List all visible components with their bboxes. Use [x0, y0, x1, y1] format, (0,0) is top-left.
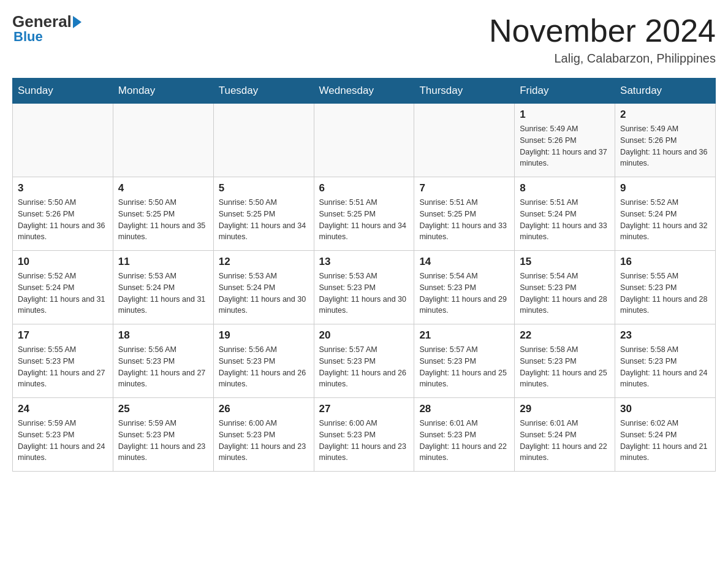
table-row: 21Sunrise: 5:57 AMSunset: 5:23 PMDayligh… — [414, 324, 515, 398]
table-row: 5Sunrise: 5:50 AMSunset: 5:25 PMDaylight… — [213, 177, 314, 251]
day-info: Sunrise: 6:02 AMSunset: 5:24 PMDaylight:… — [620, 418, 710, 464]
day-number: 20 — [319, 329, 409, 342]
table-row: 27Sunrise: 6:00 AMSunset: 5:23 PMDayligh… — [314, 398, 414, 472]
day-number: 30 — [620, 403, 710, 415]
col-wednesday: Wednesday — [314, 79, 414, 104]
col-friday: Friday — [515, 79, 615, 104]
table-row: 28Sunrise: 6:01 AMSunset: 5:23 PMDayligh… — [414, 398, 515, 472]
day-info: Sunrise: 5:59 AMSunset: 5:23 PMDaylight:… — [18, 418, 108, 464]
day-info: Sunrise: 5:53 AMSunset: 5:23 PMDaylight:… — [319, 270, 409, 316]
table-row: 4Sunrise: 5:50 AMSunset: 5:25 PMDaylight… — [113, 177, 213, 251]
day-number: 24 — [18, 403, 108, 415]
day-number: 26 — [219, 403, 309, 415]
table-row: 16Sunrise: 5:55 AMSunset: 5:23 PMDayligh… — [615, 251, 716, 324]
day-info: Sunrise: 5:50 AMSunset: 5:25 PMDaylight:… — [118, 197, 208, 243]
day-info: Sunrise: 5:53 AMSunset: 5:24 PMDaylight:… — [219, 270, 309, 316]
table-row: 12Sunrise: 5:53 AMSunset: 5:24 PMDayligh… — [213, 251, 314, 324]
table-row — [414, 104, 515, 177]
col-monday: Monday — [113, 79, 213, 104]
table-row: 10Sunrise: 5:52 AMSunset: 5:24 PMDayligh… — [13, 251, 113, 324]
day-number: 19 — [219, 329, 309, 342]
day-number: 3 — [18, 182, 108, 194]
table-row: 11Sunrise: 5:53 AMSunset: 5:24 PMDayligh… — [113, 251, 213, 324]
day-number: 17 — [18, 329, 108, 342]
day-info: Sunrise: 5:57 AMSunset: 5:23 PMDaylight:… — [419, 344, 509, 390]
day-info: Sunrise: 5:52 AMSunset: 5:24 PMDaylight:… — [620, 197, 710, 243]
location-title: Lalig, Calabarzon, Philippines — [489, 52, 716, 66]
day-number: 21 — [419, 329, 509, 342]
day-info: Sunrise: 5:57 AMSunset: 5:23 PMDaylight:… — [319, 344, 409, 390]
day-info: Sunrise: 5:50 AMSunset: 5:26 PMDaylight:… — [18, 197, 108, 243]
day-number: 7 — [419, 182, 509, 194]
day-number: 2 — [620, 109, 710, 121]
calendar-table: Sunday Monday Tuesday Wednesday Thursday… — [12, 78, 716, 472]
table-row: 30Sunrise: 6:02 AMSunset: 5:24 PMDayligh… — [615, 398, 716, 472]
col-thursday: Thursday — [414, 79, 515, 104]
day-number: 6 — [319, 182, 409, 194]
title-area: November 2024 Lalig, Calabarzon, Philipp… — [489, 12, 716, 66]
table-row — [113, 104, 213, 177]
table-row: 18Sunrise: 5:56 AMSunset: 5:23 PMDayligh… — [113, 324, 213, 398]
table-row: 13Sunrise: 5:53 AMSunset: 5:23 PMDayligh… — [314, 251, 414, 324]
day-number: 8 — [520, 182, 610, 194]
day-info: Sunrise: 5:52 AMSunset: 5:24 PMDaylight:… — [18, 270, 108, 316]
table-row — [314, 104, 414, 177]
calendar-week-2: 3Sunrise: 5:50 AMSunset: 5:26 PMDaylight… — [13, 177, 716, 251]
day-info: Sunrise: 5:55 AMSunset: 5:23 PMDaylight:… — [620, 270, 710, 316]
col-sunday: Sunday — [13, 79, 113, 104]
calendar-week-1: 1Sunrise: 5:49 AMSunset: 5:26 PMDaylight… — [13, 104, 716, 177]
day-number: 10 — [18, 256, 108, 268]
day-info: Sunrise: 5:58 AMSunset: 5:23 PMDaylight:… — [620, 344, 710, 390]
col-tuesday: Tuesday — [213, 79, 314, 104]
day-number: 5 — [219, 182, 309, 194]
table-row: 8Sunrise: 5:51 AMSunset: 5:24 PMDaylight… — [515, 177, 615, 251]
day-info: Sunrise: 5:54 AMSunset: 5:23 PMDaylight:… — [520, 270, 610, 316]
day-info: Sunrise: 6:01 AMSunset: 5:23 PMDaylight:… — [419, 418, 509, 464]
table-row: 19Sunrise: 5:56 AMSunset: 5:23 PMDayligh… — [213, 324, 314, 398]
table-row: 26Sunrise: 6:00 AMSunset: 5:23 PMDayligh… — [213, 398, 314, 472]
day-info: Sunrise: 5:51 AMSunset: 5:25 PMDaylight:… — [319, 197, 409, 243]
day-number: 9 — [620, 182, 710, 194]
calendar-week-4: 17Sunrise: 5:55 AMSunset: 5:23 PMDayligh… — [13, 324, 716, 398]
table-row: 15Sunrise: 5:54 AMSunset: 5:23 PMDayligh… — [515, 251, 615, 324]
day-number: 13 — [319, 256, 409, 268]
day-info: Sunrise: 5:59 AMSunset: 5:23 PMDaylight:… — [118, 418, 208, 464]
day-number: 1 — [520, 109, 610, 121]
table-row: 25Sunrise: 5:59 AMSunset: 5:23 PMDayligh… — [113, 398, 213, 472]
day-info: Sunrise: 6:00 AMSunset: 5:23 PMDaylight:… — [219, 418, 309, 464]
day-info: Sunrise: 5:54 AMSunset: 5:23 PMDaylight:… — [419, 270, 509, 316]
day-info: Sunrise: 5:50 AMSunset: 5:25 PMDaylight:… — [219, 197, 309, 243]
table-row: 7Sunrise: 5:51 AMSunset: 5:25 PMDaylight… — [414, 177, 515, 251]
table-row: 23Sunrise: 5:58 AMSunset: 5:23 PMDayligh… — [615, 324, 716, 398]
day-info: Sunrise: 5:49 AMSunset: 5:26 PMDaylight:… — [520, 123, 610, 169]
day-info: Sunrise: 5:58 AMSunset: 5:23 PMDaylight:… — [520, 344, 610, 390]
day-number: 18 — [118, 329, 208, 342]
day-number: 16 — [620, 256, 710, 268]
day-number: 14 — [419, 256, 509, 268]
day-number: 29 — [520, 403, 610, 415]
day-info: Sunrise: 6:00 AMSunset: 5:23 PMDaylight:… — [319, 418, 409, 464]
day-info: Sunrise: 5:51 AMSunset: 5:24 PMDaylight:… — [520, 197, 610, 243]
table-row: 3Sunrise: 5:50 AMSunset: 5:26 PMDaylight… — [13, 177, 113, 251]
day-number: 23 — [620, 329, 710, 342]
page-header: General Blue November 2024 Lalig, Calaba… — [12, 12, 716, 66]
day-info: Sunrise: 5:56 AMSunset: 5:23 PMDaylight:… — [219, 344, 309, 390]
day-info: Sunrise: 5:49 AMSunset: 5:26 PMDaylight:… — [620, 123, 710, 169]
table-row: 6Sunrise: 5:51 AMSunset: 5:25 PMDaylight… — [314, 177, 414, 251]
table-row: 9Sunrise: 5:52 AMSunset: 5:24 PMDaylight… — [615, 177, 716, 251]
day-number: 25 — [118, 403, 208, 415]
day-number: 22 — [520, 329, 610, 342]
table-row: 17Sunrise: 5:55 AMSunset: 5:23 PMDayligh… — [13, 324, 113, 398]
logo-triangle-icon — [73, 16, 82, 28]
day-info: Sunrise: 5:51 AMSunset: 5:25 PMDaylight:… — [419, 197, 509, 243]
day-info: Sunrise: 5:53 AMSunset: 5:24 PMDaylight:… — [118, 270, 208, 316]
month-title: November 2024 — [489, 12, 716, 49]
calendar-week-3: 10Sunrise: 5:52 AMSunset: 5:24 PMDayligh… — [13, 251, 716, 324]
day-info: Sunrise: 5:55 AMSunset: 5:23 PMDaylight:… — [18, 344, 108, 390]
logo: General Blue — [12, 12, 82, 45]
day-number: 12 — [219, 256, 309, 268]
day-number: 11 — [118, 256, 208, 268]
calendar-header-row: Sunday Monday Tuesday Wednesday Thursday… — [13, 79, 716, 104]
table-row — [13, 104, 113, 177]
table-row — [213, 104, 314, 177]
